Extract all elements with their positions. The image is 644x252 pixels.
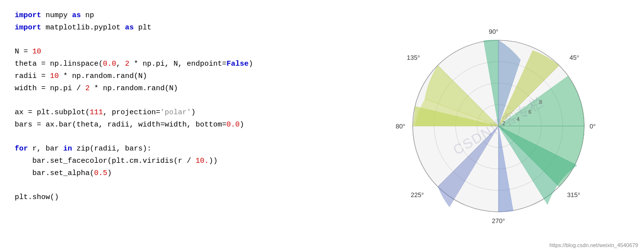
code-line: width = np.pi / 2 * np.random.rand(N)	[15, 83, 338, 95]
code-line: import numpy as np	[15, 10, 338, 22]
code-line: bar.set_alpha(0.5)	[15, 168, 338, 180]
label-315: 315°	[567, 191, 580, 199]
label-45: 45°	[570, 54, 579, 61]
label-0: 0°	[590, 123, 595, 130]
code-line: bar.set_facecolor(plt.cm.viridis(r / 10.…	[15, 155, 338, 168]
label-180: 180°	[396, 123, 405, 130]
label-225: 225°	[411, 191, 424, 199]
code-line: ax = plt.subplot(111, projection='polar'…	[15, 107, 338, 119]
svg-text:6: 6	[528, 109, 531, 115]
svg-text:2: 2	[502, 120, 505, 126]
code-line: bars = ax.bar(theta, radii, width=width,…	[15, 119, 338, 131]
chart-panel: 2 4 6 8 90° 45° 135° 0° 180° 315° 225° 2…	[353, 0, 644, 252]
label-270: 270°	[492, 217, 505, 225]
svg-text:8: 8	[539, 99, 542, 105]
label-135: 135°	[407, 54, 420, 61]
code-line: import matplotlib.pyplot as plt	[15, 22, 338, 34]
polar-chart: 2 4 6 8 90° 45° 135° 0° 180° 315° 225° 2…	[396, 23, 601, 229]
code-line: plt.show()	[15, 192, 338, 204]
label-90: 90°	[489, 28, 498, 35]
code-line: theta = np.linspace(0.0, 2 * np.pi, N, e…	[15, 58, 338, 71]
code-line: N = 10	[15, 46, 338, 58]
source-url: https://blog.csdn.net/weixin_4540679	[549, 242, 638, 248]
code-panel: import numpy as npimport matplotlib.pypl…	[0, 0, 353, 252]
svg-text:4: 4	[517, 116, 520, 122]
code-line: radii = 10 * np.random.rand(N)	[15, 71, 338, 83]
code-line: for r, bar in zip(radii, bars):	[15, 143, 338, 155]
